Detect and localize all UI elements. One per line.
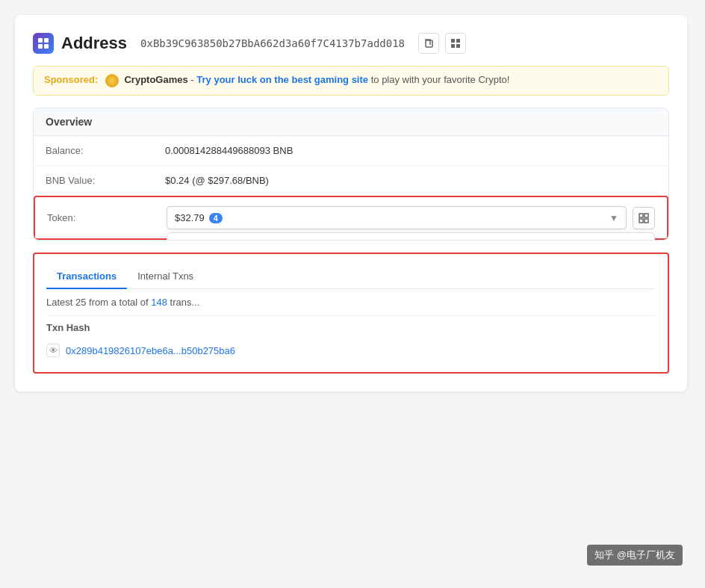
svg-rect-12 — [645, 219, 648, 223]
eye-icon[interactable]: 👁 — [46, 344, 60, 357]
transactions-section: Transactions Internal Txns Latest 25 fro… — [33, 253, 669, 374]
bnb-value: $0.24 (@ $297.68/BNB) — [165, 175, 269, 186]
balance-row: Balance: 0.000814288449688093 BNB — [34, 136, 668, 166]
search-box — [167, 233, 654, 241]
svg-rect-3 — [44, 44, 49, 49]
token-select-bar[interactable]: $32.79 4 ▼ — [167, 206, 627, 229]
tx-table-header: Txn Hash — [46, 315, 656, 339]
total-count-link[interactable]: 148 — [151, 297, 167, 308]
grid-button[interactable] — [445, 33, 466, 54]
svg-rect-11 — [639, 219, 643, 223]
sponsored-brand: CryptoGames — [124, 74, 187, 85]
address-hash: 0xBb39C963850b27BbA662d3a60f7C4137b7add0… — [140, 37, 405, 49]
sponsored-bar: Sponsored: CryptoGames - Try your luck o… — [33, 66, 669, 96]
svg-rect-8 — [456, 44, 460, 48]
token-dropdown: ▶ BEP-20 Tokens (4) ⇅ B Binance-Peg ... … — [167, 232, 655, 241]
svg-rect-10 — [645, 214, 648, 217]
svg-rect-2 — [38, 44, 43, 49]
expand-button[interactable] — [633, 207, 655, 229]
token-label: Token: — [47, 206, 167, 223]
txn-hash-header: Txn Hash — [46, 322, 211, 333]
sponsored-label: Sponsored: — [44, 74, 98, 85]
crypto-games-icon — [105, 74, 119, 87]
address-header: Address 0xBb39C963850b27BbA662d3a60f7C41… — [33, 33, 669, 54]
token-value: $32.79 — [175, 212, 205, 223]
page-container: Address 0xBb39C963850b27BbA662d3a60f7C41… — [15, 15, 687, 392]
copy-button[interactable] — [418, 33, 439, 54]
address-icon — [33, 33, 54, 54]
sponsored-link[interactable]: Try your luck on the best gaming site — [196, 74, 368, 85]
tab-transactions[interactable]: Transactions — [46, 264, 127, 289]
tx-tabs: Transactions Internal Txns — [46, 264, 656, 289]
svg-rect-4 — [426, 40, 432, 47]
tx-hash-link[interactable]: 0x289b419826107ebe6a...b50b275ba6 — [66, 345, 235, 356]
bnb-value-label: BNB Value: — [46, 175, 165, 186]
tx-info: Latest 25 from a total of 148 trans... — [46, 297, 656, 308]
svg-rect-7 — [451, 44, 455, 48]
sponsored-suffix: to play with your favorite Crypto! — [371, 74, 510, 85]
balance-value: 0.000814288449688093 BNB — [165, 145, 293, 156]
overview-card: Overview Balance: 0.000814288449688093 B… — [33, 108, 669, 241]
header-actions — [418, 33, 466, 54]
page-title: Address — [61, 34, 127, 53]
svg-rect-6 — [456, 39, 460, 43]
tab-internal-txns[interactable]: Internal Txns — [127, 264, 204, 289]
overview-header: Overview — [34, 108, 668, 136]
svg-rect-1 — [44, 38, 49, 43]
token-right: $32.79 4 ▼ — [167, 206, 655, 229]
token-badge: 4 — [209, 213, 223, 223]
svg-rect-9 — [639, 214, 643, 217]
bnb-value-row: BNB Value: $0.24 (@ $297.68/BNB) — [34, 166, 668, 196]
svg-rect-0 — [38, 38, 43, 43]
balance-label: Balance: — [46, 145, 165, 156]
token-row: Token: $32.79 4 ▼ — [34, 196, 668, 240]
chevron-down-icon: ▼ — [609, 213, 618, 223]
tx-hash-row: 👁 0x289b419826107ebe6a...b50b275ba6 — [46, 339, 656, 362]
svg-rect-5 — [451, 39, 455, 43]
